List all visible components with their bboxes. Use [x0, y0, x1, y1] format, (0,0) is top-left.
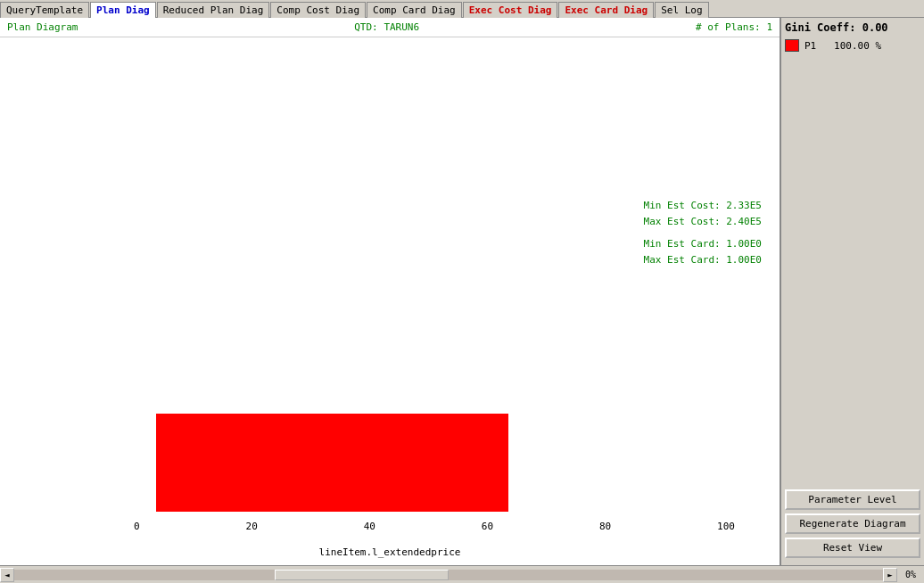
- tab-exec-cost-diag[interactable]: Exec Cost Diag: [463, 2, 558, 18]
- x-tick-0: 0: [134, 521, 140, 532]
- x-tick-40: 40: [364, 521, 375, 532]
- scroll-track[interactable]: [14, 570, 883, 580]
- tab-plan-diag[interactable]: Plan Diag: [90, 2, 156, 18]
- scroll-thumb[interactable]: [275, 570, 449, 580]
- tab-exec-card-diag[interactable]: Exec Card Diag: [558, 2, 654, 18]
- tab-sel-log[interactable]: Sel Log: [655, 2, 708, 18]
- bottom-scrollbar: ◄ ► 0%: [0, 565, 924, 583]
- chart-area: Min Est Cost: 2.33E5 Max Est Cost: 2.40E…: [0, 37, 780, 565]
- x-tick-80: 80: [599, 521, 611, 532]
- scroll-left-button[interactable]: ◄: [0, 568, 14, 582]
- x-tick-20: 20: [246, 521, 258, 532]
- parameter-level-button[interactable]: Parameter Level: [785, 489, 920, 510]
- qtd-label: QTD:: [354, 21, 378, 33]
- center-header: Plan Diagram QTD: TARUN6 # of Plans: 1: [0, 18, 780, 37]
- scroll-right-button[interactable]: ►: [883, 568, 897, 582]
- scroll-percent-label: 0%: [897, 570, 924, 579]
- reset-view-button[interactable]: Reset View: [785, 538, 920, 558]
- qtd-value: QTD: TARUN6: [354, 21, 419, 33]
- qtd-val: TARUN6: [384, 21, 419, 33]
- right-panel: Gini Coeff: 0.00 P1 100.00 % Parameter L…: [781, 18, 924, 565]
- tab-comp-cost-diag[interactable]: Comp Cost Diag: [270, 2, 366, 18]
- plan-color-p1: [785, 39, 799, 52]
- center-panel: Plan Diagram QTD: TARUN6 # of Plans: 1 M…: [0, 18, 781, 565]
- plans-count: # of Plans: 1: [696, 21, 772, 33]
- tab-bar: QueryTemplatePlan DiagReduced Plan DiagC…: [0, 0, 924, 18]
- plan-bar-p1: [156, 414, 508, 512]
- plan-diagram-label: Plan Diagram: [7, 21, 78, 33]
- x-axis: 0 20 40 60 80 100: [134, 521, 735, 538]
- plans-value: 1: [766, 21, 772, 33]
- chart-content: [0, 37, 780, 512]
- plan-row-p1: P1 100.00 %: [785, 39, 920, 52]
- plan-label-p1: P1 100.00 %: [804, 40, 881, 52]
- plans-label: # of Plans:: [696, 21, 761, 33]
- tab-query-template[interactable]: QueryTemplate: [0, 2, 89, 18]
- gini-coeff-title: Gini Coeff: 0.00: [785, 21, 920, 34]
- regenerate-diagram-button[interactable]: Regenerate Diagram: [785, 513, 920, 534]
- x-tick-100: 100: [717, 521, 735, 532]
- tab-comp-card-diag[interactable]: Comp Card Diag: [367, 2, 462, 18]
- tab-reduced-plan-diag[interactable]: Reduced Plan Diag: [157, 2, 270, 18]
- x-tick-60: 60: [482, 521, 493, 532]
- x-axis-label: lineItem.l_extendedprice: [0, 546, 780, 558]
